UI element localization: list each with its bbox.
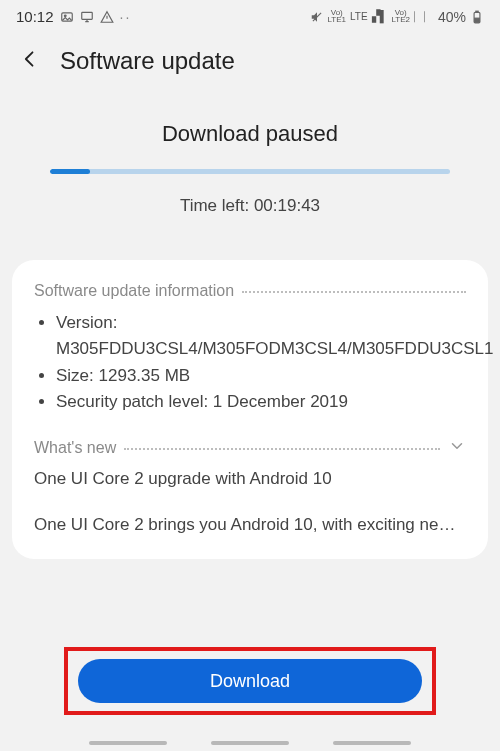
svg-rect-4 xyxy=(476,11,478,12)
signal2-icon: ⎸⎸ xyxy=(414,10,434,23)
status-bar: 10:12 ·· Vo) LTE1 LTE ▞▌ Vo) LTE2 ⎸⎸ 40% xyxy=(0,0,500,29)
download-button[interactable]: Download xyxy=(78,659,422,703)
svg-point-1 xyxy=(64,14,66,16)
info-version: Version: M305FDDU3CSL4/M305FODM3CSL4/M30… xyxy=(56,310,466,363)
battery-icon xyxy=(470,10,484,24)
status-more-dots: ·· xyxy=(120,9,132,25)
lte-label: LTE xyxy=(350,11,368,22)
nav-home[interactable] xyxy=(211,741,289,745)
image-icon xyxy=(60,10,74,24)
info-section-label: Software update information xyxy=(34,282,234,300)
time-left: Time left: 00:19:43 xyxy=(24,196,476,216)
warning-icon xyxy=(100,10,114,24)
chevron-down-icon xyxy=(448,437,466,459)
download-status-title: Download paused xyxy=(24,121,476,147)
sim2-bot: LTE2 xyxy=(391,17,410,23)
app-header: Software update xyxy=(0,29,500,87)
info-security: Security patch level: 1 December 2019 xyxy=(56,389,466,415)
mute-icon xyxy=(310,10,324,24)
sim2-indicator: Vo) LTE2 xyxy=(391,10,410,23)
svg-rect-2 xyxy=(81,12,92,19)
download-status-block: Download paused Time left: 00:19:43 xyxy=(0,121,500,216)
status-time: 10:12 xyxy=(16,8,54,25)
whats-new-description: One UI Core 2 brings you Android 10, wit… xyxy=(34,515,466,535)
whats-new-body: One UI Core 2 upgrade with Android 10 On… xyxy=(34,469,466,535)
sim1-indicator: Vo) LTE1 xyxy=(328,10,347,23)
status-right: Vo) LTE1 LTE ▞▌ Vo) LTE2 ⎸⎸ 40% xyxy=(310,9,485,25)
progress-fill xyxy=(50,169,90,174)
dotted-divider xyxy=(242,291,466,293)
nav-back[interactable] xyxy=(333,741,411,745)
update-info-card: Software update information Version: M30… xyxy=(12,260,488,559)
battery-percent: 40% xyxy=(438,9,466,25)
whats-new-label: What's new xyxy=(34,439,116,457)
sim1-bot: LTE1 xyxy=(328,17,347,23)
back-button[interactable] xyxy=(20,49,40,73)
svg-rect-5 xyxy=(475,18,480,22)
status-left: 10:12 ·· xyxy=(16,8,131,25)
info-list: Version: M305FDDU3CSL4/M305FODM3CSL4/M30… xyxy=(34,310,466,415)
info-size: Size: 1293.35 MB xyxy=(56,363,466,389)
progress-bar xyxy=(50,169,450,174)
whats-new-header[interactable]: What's new xyxy=(34,437,466,459)
navigation-bar xyxy=(0,741,500,745)
download-button-container: Download xyxy=(0,647,500,715)
highlight-box: Download xyxy=(64,647,436,715)
signal1-icon: ▞▌ xyxy=(372,10,388,23)
page-title: Software update xyxy=(60,47,235,75)
whats-new-headline: One UI Core 2 upgrade with Android 10 xyxy=(34,469,466,489)
nav-recent[interactable] xyxy=(89,741,167,745)
dotted-divider xyxy=(124,448,440,450)
info-section-header: Software update information xyxy=(34,282,466,300)
display-icon xyxy=(80,10,94,24)
